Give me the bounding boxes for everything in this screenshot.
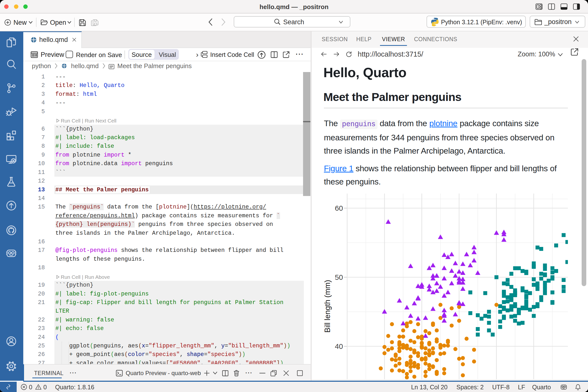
svg-text:40: 40 [335, 342, 343, 350]
svg-text:Bill length (mm): Bill length (mm) [324, 280, 332, 332]
svg-text:50: 50 [335, 273, 343, 281]
svg-text:60: 60 [335, 204, 343, 212]
